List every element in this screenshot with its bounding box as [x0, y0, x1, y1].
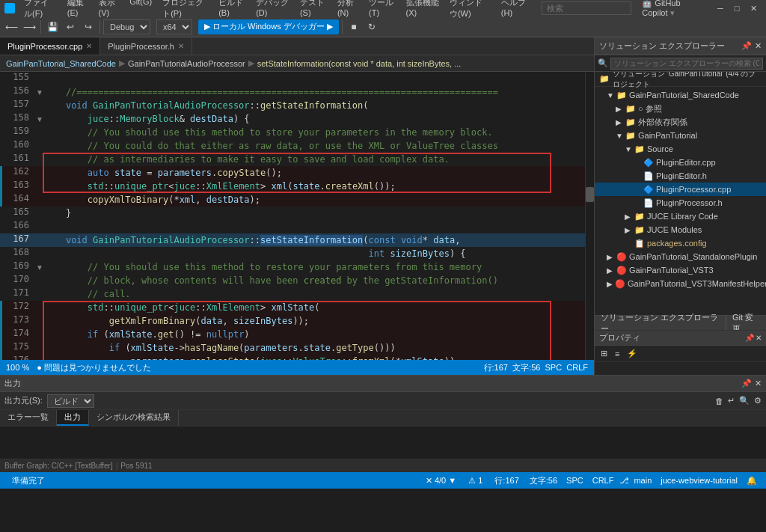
output-tab-output[interactable]: 出力 — [57, 410, 89, 426]
code-line-166: 166 — [0, 220, 585, 233]
tree-item-plugin-processor-h[interactable]: ▶ 📄 PluginProcessor.h — [595, 196, 766, 210]
output-header: 出力 📌 ✕ — [0, 376, 766, 392]
platform-select[interactable]: x64 — [156, 19, 192, 34]
tree-item-plugin-editor-h[interactable]: ▶ 📄 PluginEditor.h — [595, 169, 766, 183]
start-debugging-button[interactable]: ▶ ローカル Windows デバッガー ▶ — [198, 19, 339, 34]
tree-item-references[interactable]: ▶ 📁 ○ 参照 — [595, 102, 766, 115]
output-tabs-bar: エラー一覧 出力 シンボルの検索結果 — [0, 410, 766, 426]
code-line-169: 169 ▼ // You should use this method to r… — [0, 260, 585, 274]
menu-test[interactable]: テスト(S) — [295, 0, 331, 21]
output-close-btn[interactable]: ✕ — [755, 379, 762, 388]
code-editor[interactable]: 155 156 ▼ //============================… — [0, 72, 585, 360]
solution-tree: ▼ 📁 GainPanTutorial_SharedCode ▶ 📁 ○ 参照 … — [595, 87, 766, 315]
tree-item-vst3[interactable]: ▶ 🔴 GainPanTutorial_VST3 — [595, 263, 766, 277]
status-line[interactable]: 行:167 — [488, 475, 524, 486]
properties-close-btn[interactable]: ✕ — [756, 334, 762, 342]
tree-item-external-deps[interactable]: ▶ 📁 外部依存関係 — [595, 115, 766, 129]
breadcrumb-sep-1: ▶ — [119, 58, 125, 68]
menu-tools[interactable]: ツール(T) — [364, 0, 400, 21]
toolbar-restart-btn[interactable]: ↻ — [364, 19, 380, 35]
breadcrumb-method[interactable]: setStateInformation(const void * data, i… — [257, 59, 462, 68]
tree-item-plugin-processor-cpp[interactable]: ▶ 🔷 PluginProcessor.cpp — [595, 183, 766, 196]
menu-edit[interactable]: 編集(E) — [63, 0, 93, 21]
menu-view[interactable]: 表示(V) — [94, 0, 124, 21]
output-tab-errors[interactable]: エラー一覧 — [0, 410, 57, 426]
output-word-wrap-btn[interactable]: ↵ — [728, 396, 735, 406]
solution-explorer-dock-btn[interactable]: 📌 — [741, 41, 752, 51]
tree-item-plugin-editor-cpp[interactable]: ▶ 🔷 PluginEditor.cpp — [595, 156, 766, 169]
scrollbar-thumb[interactable] — [586, 187, 594, 202]
menu-project[interactable]: プロジェクト(P) — [158, 0, 212, 21]
tree-item-juce-library[interactable]: ▶ 📁 JUCE Library Code — [595, 210, 766, 223]
tree-item-standalone-plugin[interactable]: ▶ 🔴 GainPanTutorial_StandalonePlugin — [595, 250, 766, 263]
status-errors[interactable]: ✕ 4/0 ▼ — [420, 476, 462, 486]
properties-title: プロパティ — [599, 332, 640, 343]
tab-plugin-processor-cpp-close[interactable]: ✕ — [86, 42, 92, 50]
tree-item-juce-modules[interactable]: ▶ 📁 JUCE Modules — [595, 223, 766, 236]
toolbar-save-btn[interactable]: 💾 — [44, 19, 61, 35]
tab-solution-explorer[interactable]: ソリューション エクスプローラー — [595, 316, 726, 330]
tab-git-changes[interactable]: Git 変更 — [726, 316, 766, 330]
menu-git[interactable]: Git(G) — [125, 0, 156, 21]
toolbar-forward-btn[interactable]: ⟶ — [21, 19, 37, 35]
tab-plugin-processor-h-close[interactable]: ✕ — [178, 42, 184, 50]
output-settings-btn[interactable]: ⚙ — [754, 396, 762, 406]
output-dock-btn[interactable]: 📌 — [741, 379, 752, 388]
tree-item-vst3-manifest[interactable]: ▶ 🔴 GainPanTutorial_VST3ManifestHelper — [595, 277, 766, 290]
menu-extensions[interactable]: 拡張機能(X) — [402, 0, 444, 21]
solution-git-tabs: ソリューション エクスプローラー Git 変更 — [595, 315, 766, 330]
status-col[interactable]: 文字:56 — [525, 475, 562, 486]
solution-explorer-close-btn[interactable]: ✕ — [755, 41, 762, 51]
status-branch-name[interactable]: main — [631, 476, 655, 485]
status-notification-icon[interactable]: 🔔 — [744, 476, 760, 486]
editor-scrollbar[interactable] — [585, 72, 594, 360]
tree-item-source[interactable]: ▼ 📁 Source — [595, 142, 766, 156]
output-clear-btn[interactable]: 🗑 — [715, 397, 723, 406]
tree-item-packages-config[interactable]: ▶ 📋 packages.config — [595, 236, 766, 250]
tree-item-gainpantutorial[interactable]: ▼ 📁 GainPanTutorial — [595, 129, 766, 142]
tree-icon-references: 📁 — [625, 104, 636, 114]
properties-dock-btn[interactable]: 📌 — [745, 334, 754, 342]
menu-analyze[interactable]: 分析(N) — [333, 0, 363, 21]
status-tutorial-branch[interactable]: juce-webview-tutorial — [655, 476, 744, 485]
code-line-163: 163 std::unique_ptr<juce::XmlElement> xm… — [0, 180, 585, 193]
status-ready[interactable]: 準備完了 — [6, 475, 51, 486]
maximize-button[interactable]: □ — [729, 0, 745, 16]
output-find-btn[interactable]: 🔍 — [739, 396, 750, 406]
status-spc[interactable]: SPC — [562, 476, 588, 485]
output-source-select[interactable]: ビルド — [47, 394, 94, 408]
tab-plugin-processor-cpp[interactable]: PluginProcessor.cpp ✕ — [0, 37, 100, 55]
tree-item-shared-code[interactable]: ▼ 📁 GainPanTutorial_SharedCode — [595, 88, 766, 102]
no-issues-indicator[interactable]: ● 問題は見つかりませんでした — [37, 362, 151, 373]
breadcrumb-project[interactable]: GainPanTutorial_SharedCode — [6, 59, 116, 68]
tab-plugin-processor-h[interactable]: PluginProcessor.h ✕ — [100, 37, 192, 55]
tree-icon-gainpantutorial: 📁 — [625, 131, 636, 141]
menu-debug[interactable]: デバッグ(D) — [251, 0, 294, 21]
debug-config-select[interactable]: Debug — [103, 19, 150, 34]
output-tab-symbol-search[interactable]: シンボルの検索結果 — [89, 410, 179, 426]
properties-header: プロパティ 📌 ✕ — [595, 331, 766, 346]
toolbar-back-btn[interactable]: ⟵ — [3, 19, 19, 35]
toolbar-undo-btn[interactable]: ↩ — [62, 19, 79, 35]
breadcrumb-class[interactable]: GainPanTutorialAudioProcessor — [128, 59, 245, 68]
properties-filter-btn[interactable]: ≡ — [612, 348, 622, 360]
status-crlf[interactable]: CRLF — [588, 476, 619, 485]
zoom-level[interactable]: 100 % — [6, 363, 29, 372]
status-warnings[interactable]: ⚠ 1 — [462, 476, 488, 486]
properties-sort-btn[interactable]: ⊞ — [598, 347, 610, 360]
tree-icon-plugin-editor-cpp: 🔷 — [643, 158, 654, 168]
properties-events-btn[interactable]: ⚡ — [624, 347, 640, 360]
minimize-button[interactable]: ─ — [712, 0, 729, 16]
menu-help[interactable]: ヘルプ(H) — [497, 0, 533, 21]
menu-window[interactable]: ウィンドウ(W) — [445, 0, 495, 21]
output-title: 出力 — [4, 378, 21, 389]
toolbar-stop-btn[interactable]: ■ — [346, 19, 362, 35]
menu-file[interactable]: ファイル(F) — [19, 0, 61, 21]
buffer-graph-label: Buffer Graph: C/C++ [TextBuffer] — [4, 462, 113, 470]
toolbar-redo-btn[interactable]: ↪ — [80, 19, 96, 35]
menu-build[interactable]: ビルド(B) — [214, 0, 250, 21]
title-bar: ファイル(F) 編集(E) 表示(V) Git(G) プロジェクト(P) ビルド… — [0, 0, 766, 16]
solution-search-input[interactable] — [610, 58, 763, 70]
close-button[interactable]: ✕ — [745, 0, 762, 16]
global-search-input[interactable] — [542, 1, 631, 15]
